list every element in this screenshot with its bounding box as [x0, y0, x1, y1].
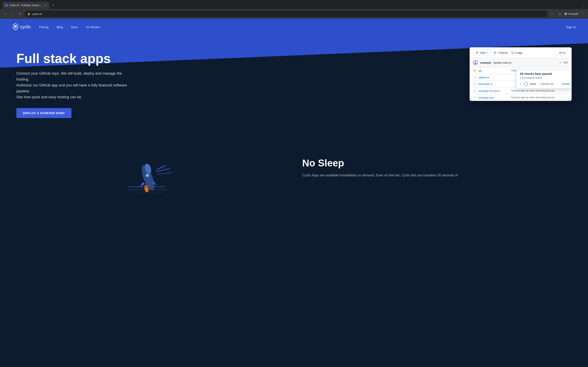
nav-vs-heroku[interactable]: vs Heroku [86, 25, 100, 29]
hero-subtitle-line1: Connect your GitHub repo. We will build,… [16, 71, 122, 81]
browser-nav-bar: ← → ↻ 🔒 cyclic.sh ☆ ⊡ Incognito ⋮ [0, 9, 588, 19]
no-sleep-title: No Sleep [302, 157, 572, 169]
folder-icon: 📁 [473, 69, 476, 72]
hero-title: Full stack apps [16, 51, 131, 66]
new-tab-button[interactable]: + [50, 2, 56, 8]
tab-close-button[interactable]: ✕ [44, 4, 47, 7]
nav-right-controls: ☆ ⊡ Incognito ⋮ [549, 11, 586, 17]
logo-text: cyclic [20, 24, 31, 30]
commit-username: seekayel [480, 61, 491, 64]
git-branch-icon [476, 51, 479, 54]
github-widget: main ▾ 1 branch 0 tags Go to [470, 47, 572, 101]
file-icon: 📄 [473, 82, 476, 86]
hero-text-block: Full stack apps Connect your GitHub repo… [16, 43, 131, 118]
checks-popup: All checks have passed 1 successful chec… [516, 69, 572, 89]
tag-count[interactable]: 0 tags [511, 51, 522, 54]
tab-menu-icon[interactable]: ⌄ [581, 4, 586, 7]
commit-hash: 001 [564, 61, 568, 64]
nav-docs[interactable]: Docs [71, 25, 78, 29]
file-commit-message: Trying to get via axios and body post pa [511, 96, 554, 99]
tab-title: Cyclic.sh - Fullstack Javascrip [9, 4, 42, 7]
lock-icon: 🔒 [27, 12, 30, 15]
logo-icon [12, 23, 19, 31]
address-bar[interactable]: 🔒 cyclic.sh [25, 11, 548, 17]
rocket-container [16, 157, 286, 198]
check-details-link[interactable]: Details [562, 82, 570, 85]
file-name[interactable]: package-lock.json [478, 89, 509, 92]
file-name[interactable]: README.m [478, 83, 509, 86]
bookmark-icon[interactable]: ☆ [549, 11, 555, 17]
lower-section: No Sleep Cyclic Apps are available immed… [0, 141, 588, 215]
hero-section: cyclic Pricing Blog Docs vs Heroku Sign … [0, 19, 588, 141]
reload-button[interactable]: ↻ [17, 11, 23, 17]
check-success-icon: ✓ [520, 82, 522, 85]
no-sleep-text: Cyclic Apps are available immediately on… [302, 173, 572, 178]
file-name[interactable]: api [478, 69, 509, 72]
url-text: cyclic.sh [32, 12, 42, 16]
cta-button[interactable]: DEPLOY A STARTER NOW! [16, 108, 71, 118]
sign-in-link[interactable]: Sign In [566, 25, 576, 29]
file-commit-message: Trying to get via axios and body post pa [511, 89, 554, 92]
file-icon: 📄 [473, 96, 476, 99]
hero-content: Full stack apps Connect your GitHub repo… [0, 19, 588, 130]
svg-line-11 [157, 173, 172, 174]
commit-row: seekayel Update index.js ✓ 001 All check… [470, 58, 571, 67]
site-header: cyclic Pricing Blog Docs vs Heroku Sign … [0, 19, 588, 35]
nav-pricing[interactable]: Pricing [39, 25, 49, 29]
hero-subtitle: Connect your GitHub repo. We will build,… [16, 71, 131, 100]
branch-selector-button[interactable]: main ▾ [473, 50, 490, 55]
tab-bar: Cyclic.sh - Fullstack Javascrip ✕ + ⌄ [0, 0, 588, 9]
check-app-avatar [524, 82, 528, 86]
checks-popup-subtitle: 1 successful check [520, 76, 570, 79]
hero-subtitle-line3: See how quick and easy hosting can be. [16, 95, 82, 99]
file-icon: 📄 [473, 76, 476, 79]
widget-header: main ▾ 1 branch 0 tags Go to [470, 48, 571, 58]
incognito-badge: Incognito [564, 12, 578, 16]
website: cyclic Pricing Blog Docs vs Heroku Sign … [0, 19, 588, 215]
go-to-button[interactable]: Go to [556, 50, 568, 55]
svg-point-7 [146, 174, 149, 177]
chrome-menu-icon[interactable]: ⋮ [580, 11, 586, 17]
branch-name: main [480, 51, 485, 54]
branch-count-label: 1 branch [498, 51, 508, 54]
file-name[interactable]: .gitignore [478, 76, 509, 79]
svg-line-12 [157, 166, 165, 170]
branch-chevron-icon: ▾ [487, 52, 488, 54]
github-widget-container: main ▾ 1 branch 0 tags Go to [139, 43, 572, 101]
file-name[interactable]: package.json [478, 96, 509, 99]
tag-count-label: 0 tags [515, 51, 522, 54]
nav-blog[interactable]: Blog [57, 25, 63, 29]
check-status: — done(9.2s) [538, 82, 554, 85]
no-sleep-section: No Sleep Cyclic Apps are available immed… [302, 157, 572, 178]
commit-user-avatar [473, 60, 478, 65]
file-row-package-json: 📄 package.json Trying to get via axios a… [470, 94, 571, 101]
forward-button[interactable]: → [10, 11, 16, 17]
checks-item: ✓ cyclic — done(9.2s) Details [520, 82, 570, 86]
checks-popup-title: All checks have passed [520, 72, 570, 75]
check-app-name: cyclic [530, 82, 536, 85]
branch-count[interactable]: 1 branch [494, 51, 508, 54]
commit-message: Update index.js [493, 61, 511, 64]
file-icon: 📄 [473, 89, 476, 92]
tab-favicon [5, 4, 8, 7]
incognito-label: Incognito [568, 12, 578, 15]
back-button[interactable]: ← [2, 11, 8, 17]
extension-icon[interactable]: ⊡ [557, 11, 562, 17]
tag-icon [511, 51, 514, 54]
commit-check-icon[interactable]: ✓ [559, 61, 562, 64]
branches-icon [494, 51, 497, 54]
logo-link[interactable]: cyclic [12, 23, 31, 31]
main-nav: Pricing Blog Docs vs Heroku [39, 25, 100, 29]
active-tab[interactable]: Cyclic.sh - Fullstack Javascrip ✕ [2, 2, 49, 9]
rocket-illustration [125, 157, 178, 198]
hero-subtitle-line2: Authorize our GitHub app and you will ha… [16, 83, 127, 93]
browser-chrome: Cyclic.sh - Fullstack Javascrip ✕ + ⌄ ← … [0, 0, 588, 19]
